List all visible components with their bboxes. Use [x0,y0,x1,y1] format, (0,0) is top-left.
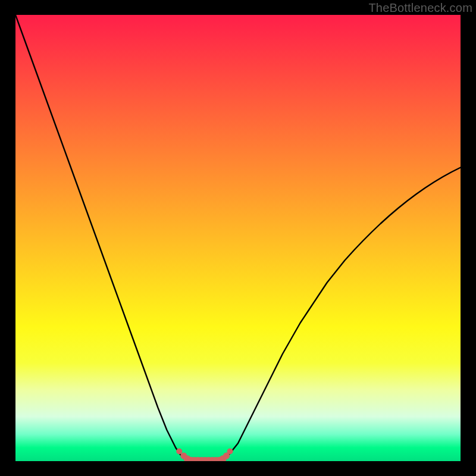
curve-marker [227,449,233,455]
curve-marker [176,449,182,455]
bottleneck-curve [15,15,461,461]
bottleneck-curve-svg [15,15,461,461]
watermark-text: TheBottleneck.com [368,1,472,15]
bottleneck-markers [176,449,233,462]
plot-area [15,15,461,461]
